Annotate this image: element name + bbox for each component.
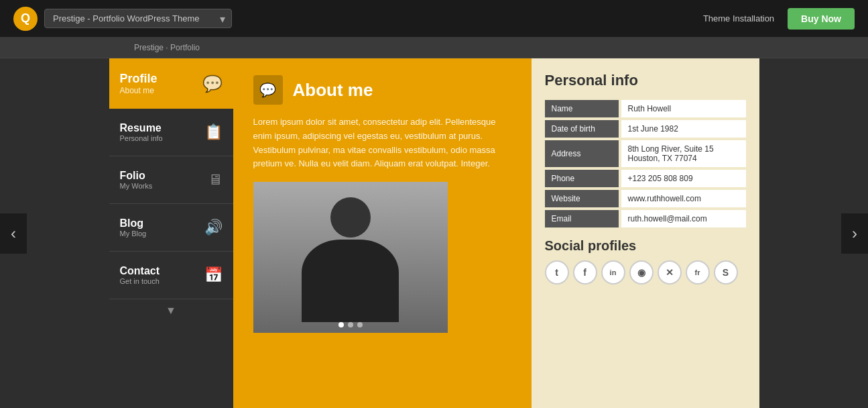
- main-area: ‹ Profile About me 💬 Resume Personal inf…: [0, 58, 868, 408]
- dob-value: 1st June 1982: [621, 120, 746, 138]
- social-icon-xing[interactable]: ✕: [658, 260, 682, 285]
- sidebar-blog-text: Blog My Blog: [120, 217, 147, 238]
- theme-dropdown[interactable]: Prestige - Portfolio WordPress Theme: [44, 9, 232, 28]
- social-icon-forrst[interactable]: fr: [686, 260, 710, 285]
- about-title: About me: [293, 80, 373, 101]
- sidebar-folio-text: Folio My Works: [120, 170, 153, 190]
- email-value: ruth.howell@mail.com: [621, 210, 746, 227]
- slide-dots: [338, 322, 363, 327]
- folio-icon: 🖥: [208, 171, 223, 189]
- address-line2: Houston, TX 77074: [628, 154, 697, 163]
- about-icon: 💬: [253, 75, 283, 105]
- sidebar-folio-label: Folio: [120, 170, 153, 182]
- phone-value: +123 205 808 809: [621, 170, 746, 187]
- info-row-name: Name Ruth Howell: [545, 100, 746, 117]
- info-row-address: Address 8th Long River, Suite 15 Houston…: [545, 140, 746, 167]
- social-icon-skype[interactable]: S: [714, 260, 738, 285]
- about-body: Lorem ipsum dolor sit amet, consectetur …: [253, 115, 511, 171]
- about-header: 💬 About me: [253, 75, 511, 105]
- address-label: Address: [545, 140, 619, 167]
- about-section: 💬 About me Lorem ipsum dolor sit amet, c…: [233, 58, 759, 408]
- subnav: Prestige · Portfolio: [0, 37, 868, 58]
- social-icon-dribbble[interactable]: ◉: [629, 260, 654, 285]
- sidebar-blog-sublabel: My Blog: [120, 230, 147, 238]
- sidebar-item-folio[interactable]: Folio My Works 🖥: [109, 156, 233, 204]
- topbar-right: Theme Installation Buy Now: [703, 8, 855, 30]
- resume-icon: 📋: [204, 123, 223, 141]
- phone-label: Phone: [545, 170, 619, 187]
- dob-label: Date of birth: [545, 120, 619, 138]
- address-value: 8th Long River, Suite 15 Houston, TX 770…: [621, 140, 746, 167]
- sidebar-resume-text: Resume Personal info: [120, 122, 163, 142]
- social-icon-facebook[interactable]: f: [573, 260, 597, 285]
- sidebar-contact-sublabel: Get in touch: [120, 277, 160, 285]
- slideshow: [253, 182, 448, 333]
- buy-now-button[interactable]: Buy Now: [788, 8, 855, 30]
- prev-arrow[interactable]: ‹: [0, 213, 27, 254]
- sidebar-item-profile[interactable]: Profile About me 💬: [109, 58, 233, 109]
- sidebar-resume-label: Resume: [120, 122, 163, 134]
- about-right: Personal info Name Ruth Howell Date of b…: [532, 58, 759, 408]
- address-line1: 8th Long River, Suite 15: [628, 144, 714, 154]
- sidebar-item-resume[interactable]: Resume Personal info 📋: [109, 109, 233, 156]
- sidebar-contact-label: Contact: [120, 265, 160, 277]
- slide-dot-3[interactable]: [357, 322, 363, 327]
- sidebar-blog-label: Blog: [120, 217, 147, 230]
- topbar-dropdown-wrap[interactable]: Prestige - Portfolio WordPress Theme: [44, 9, 232, 28]
- info-row-phone: Phone +123 205 808 809: [545, 170, 746, 187]
- social-icons: t f in ◉ ✕ fr S: [545, 260, 746, 285]
- info-row-dob: Date of birth 1st June 1982: [545, 120, 746, 138]
- info-row-website: Website www.ruthhowell.com: [545, 190, 746, 207]
- sidebar-profile-sublabel: About me: [120, 86, 158, 95]
- sidebar-folio-sublabel: My Works: [120, 182, 153, 190]
- slide-dot-1[interactable]: [338, 322, 344, 327]
- slide-image: [253, 182, 448, 333]
- sidebar-item-blog[interactable]: Blog My Blog 🔊: [109, 204, 233, 252]
- sidebar-item-contact[interactable]: Contact Get in touch 📅: [109, 252, 233, 299]
- name-value: Ruth Howell: [621, 100, 746, 117]
- about-left: 💬 About me Lorem ipsum dolor sit amet, c…: [233, 58, 532, 408]
- profile-icon: 💬: [202, 74, 223, 93]
- name-label: Name: [545, 100, 619, 117]
- content-panel: 💬 About me Lorem ipsum dolor sit amet, c…: [233, 58, 759, 408]
- website-label: Website: [545, 190, 619, 207]
- topbar: Q Prestige - Portfolio WordPress Theme T…: [0, 0, 868, 37]
- sidebar: Profile About me 💬 Resume Personal info …: [109, 58, 233, 408]
- topbar-left: Q Prestige - Portfolio WordPress Theme: [13, 7, 232, 31]
- contact-icon: 📅: [204, 266, 223, 284]
- subnav-text: Prestige · Portfolio: [134, 43, 200, 52]
- next-arrow[interactable]: ›: [841, 213, 868, 254]
- social-profiles-title: Social profiles: [545, 238, 746, 254]
- email-label: Email: [545, 210, 619, 227]
- slide-dot-2[interactable]: [348, 322, 353, 327]
- theme-installation-link[interactable]: Theme Installation: [703, 13, 774, 23]
- website-value: www.ruthhowell.com: [621, 190, 746, 207]
- personal-info-title: Personal info: [545, 72, 746, 89]
- social-icon-twitter[interactable]: t: [545, 260, 569, 285]
- sidebar-profile-label: Profile: [120, 72, 158, 86]
- sidebar-resume-sublabel: Personal info: [120, 134, 163, 142]
- sidebar-down-arrow[interactable]: ▼: [109, 299, 233, 322]
- sidebar-contact-text: Contact Get in touch: [120, 265, 160, 285]
- info-row-email: Email ruth.howell@mail.com: [545, 210, 746, 227]
- topbar-logo: Q: [13, 7, 38, 31]
- social-icon-linkedin[interactable]: in: [601, 260, 625, 285]
- portfolio-container: Profile About me 💬 Resume Personal info …: [109, 58, 759, 408]
- sidebar-profile-text: Profile About me: [120, 72, 158, 95]
- blog-icon: 🔊: [204, 219, 223, 236]
